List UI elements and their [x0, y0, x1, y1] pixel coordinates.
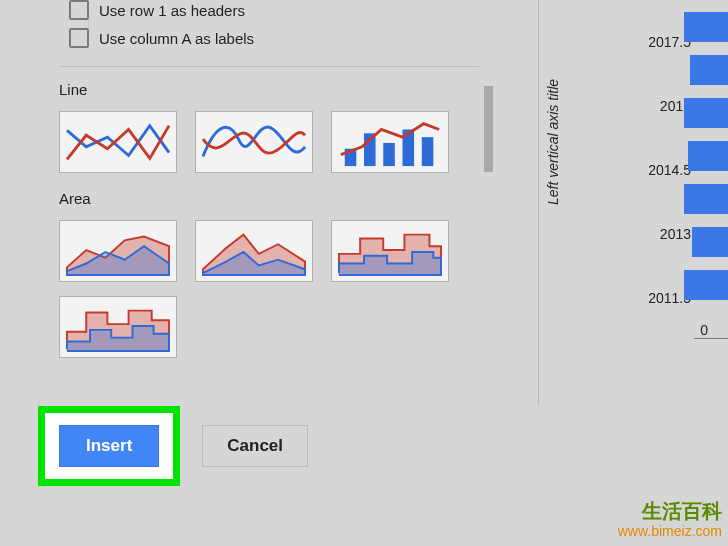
cancel-button[interactable]: Cancel — [202, 425, 308, 467]
watermark-url: www.bimeiz.com — [618, 523, 722, 540]
area-thumbnails — [59, 213, 511, 365]
bar — [688, 141, 728, 171]
chart-type-line-basic[interactable] — [59, 111, 177, 173]
svg-rect-2 — [383, 143, 395, 166]
bar — [684, 12, 728, 42]
y-tick: 2013 — [631, 226, 691, 242]
y-tick: 2014.5 — [631, 162, 691, 178]
scrollbar[interactable] — [484, 86, 493, 172]
y-tick: 2011.5 — [631, 290, 691, 306]
y-axis-title: Left vertical axis title — [545, 79, 561, 205]
dialog-actions: Insert Cancel — [38, 406, 308, 486]
chart-editor-panel: Use row 1 as headers Use column A as lab… — [41, 0, 511, 365]
bar — [690, 55, 728, 85]
bar — [684, 184, 728, 214]
checkbox-icon[interactable] — [69, 28, 89, 48]
chart-type-area-step-stacked[interactable] — [59, 296, 177, 358]
x-axis-line — [694, 338, 728, 339]
chart-type-line-smooth[interactable] — [195, 111, 313, 173]
bar-preview — [684, 0, 728, 340]
section-title-area: Area — [59, 190, 511, 207]
chart-type-area-basic[interactable] — [59, 220, 177, 282]
watermark: 生活百科 www.bimeiz.com — [618, 499, 722, 540]
line-thumbnails — [59, 104, 511, 180]
option-row-1[interactable]: Use row 1 as headers — [69, 0, 511, 20]
option-row-2[interactable]: Use column A as labels — [69, 28, 511, 48]
insert-button[interactable]: Insert — [59, 425, 159, 467]
option-label: Use row 1 as headers — [99, 2, 245, 19]
checkbox-icon[interactable] — [69, 0, 89, 20]
bar — [684, 98, 728, 128]
instruction-highlight: Insert — [38, 406, 180, 486]
divider — [59, 66, 479, 67]
chart-type-combo[interactable] — [331, 111, 449, 173]
y-tick: 2016 — [631, 98, 691, 114]
chart-preview-pane: Left vertical axis title 2017.5 2016 201… — [538, 0, 728, 405]
y-tick: 2017.5 — [631, 34, 691, 50]
chart-type-area-stacked[interactable] — [195, 220, 313, 282]
svg-rect-4 — [422, 137, 434, 166]
watermark-brand: 生活百科 — [618, 499, 722, 523]
bar — [692, 227, 728, 257]
bar — [684, 270, 728, 300]
option-label: Use column A as labels — [99, 30, 254, 47]
chart-type-area-step[interactable] — [331, 220, 449, 282]
section-title-line: Line — [59, 81, 511, 98]
x-axis-origin: 0 — [700, 322, 708, 338]
